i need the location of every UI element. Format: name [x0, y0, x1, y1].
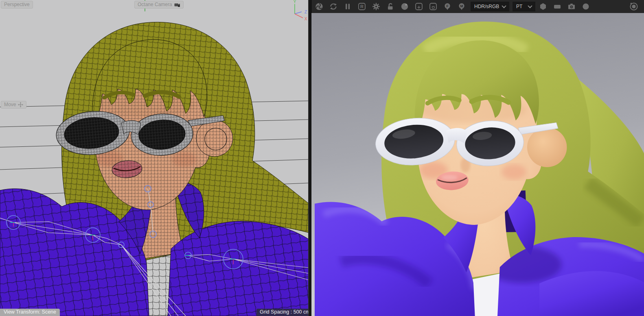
grid-spacing-text: Grid Spacing : 500 cm: [260, 309, 308, 315]
view-label-text: Perspective: [4, 2, 30, 7]
wireframe-viewport[interactable]: Y Z X Perspective Octane Camera Move Vie…: [0, 0, 308, 316]
move-icon: [18, 102, 23, 107]
octane-live-viewer: R: [311, 0, 644, 316]
chevron-down-icon: [502, 4, 506, 8]
axis-gizmo: Y Z X: [294, 0, 307, 21]
pick-region-icon[interactable]: [428, 1, 438, 12]
color-space-value: HDR/sRGB: [474, 4, 499, 9]
color-space-select[interactable]: HDR/sRGB: [471, 2, 509, 11]
octane-logo-icon[interactable]: [314, 1, 324, 12]
tool-label-text: Move: [4, 102, 16, 107]
camera-capture-icon[interactable]: [566, 1, 577, 12]
pane-divider[interactable]: [308, 0, 311, 316]
viewport-view-label: Perspective: [1, 1, 33, 9]
material-picker-pin-icon[interactable]: M: [456, 1, 467, 12]
tool-hint-label: Move: [1, 101, 26, 109]
svg-text:X: X: [304, 17, 307, 21]
octane-toolbar: R: [311, 0, 644, 13]
svg-text:R: R: [360, 4, 364, 9]
sphere-icon[interactable]: [580, 1, 591, 12]
hexagon-icon[interactable]: [538, 1, 548, 12]
pause-icon[interactable]: [342, 1, 353, 12]
svg-text:Z: Z: [304, 10, 307, 14]
render-mode-value: PT: [516, 4, 522, 9]
render-mode-select[interactable]: PT: [513, 2, 535, 11]
svg-text:Y: Y: [294, 0, 296, 4]
wireframe-character: [0, 22, 308, 316]
view-transform-status: View Transform: Scene: [0, 309, 60, 316]
camera-label-text: Octane Camera: [138, 2, 172, 7]
filmstrip-icon[interactable]: [552, 1, 563, 12]
restart-region-icon[interactable]: R: [357, 1, 367, 12]
wireframe-viewport-canvas[interactable]: Y Z X: [0, 0, 308, 316]
viewport-camera-label: Octane Camera: [134, 1, 184, 9]
render-jacket-right: [539, 271, 644, 316]
view-transform-text: View Transform: Scene: [4, 309, 56, 315]
render-view[interactable]: [311, 13, 644, 316]
settings-gear-icon[interactable]: [371, 1, 381, 12]
lock-open-icon[interactable]: [385, 1, 396, 12]
chevron-down-icon: [528, 4, 532, 8]
svg-text:F: F: [446, 4, 448, 8]
svg-text:M: M: [460, 4, 463, 8]
camera-icon: [174, 2, 180, 7]
grid-spacing-status: Grid Spacing : 500 cm: [256, 309, 308, 316]
octane-orbit-icon[interactable]: [629, 1, 639, 12]
render-ball-icon[interactable]: [399, 1, 410, 12]
add-region-icon[interactable]: [414, 1, 424, 12]
focus-picker-pin-icon[interactable]: F: [442, 1, 453, 12]
refresh-icon[interactable]: [328, 1, 339, 12]
render-view-canvas[interactable]: [311, 13, 644, 316]
